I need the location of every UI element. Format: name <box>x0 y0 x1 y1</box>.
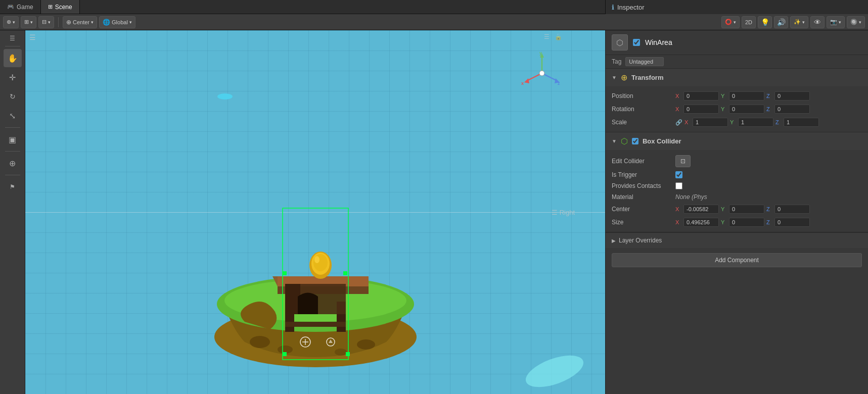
size-z-input[interactable] <box>774 218 810 227</box>
tool-move[interactable]: ✛ <box>4 68 22 86</box>
tool-sep-3 <box>5 175 20 175</box>
provides-contacts-label: Provides Contacts <box>612 182 672 189</box>
scene-view[interactable]: ☰ ☰ 🔒 y x z <box>25 30 605 394</box>
provides-contacts-row: Provides Contacts <box>612 180 862 191</box>
size-x-input[interactable] <box>683 218 719 227</box>
toolbar-audio[interactable]: 🔊 <box>774 16 788 28</box>
pos-y-axis: Y <box>721 93 727 99</box>
size-row: Size X Y Z <box>612 216 862 229</box>
tool-sep-2 <box>5 151 20 152</box>
center-y-input[interactable] <box>729 205 764 214</box>
center-z-input[interactable] <box>774 205 810 214</box>
collider-icon: ⬡ <box>621 136 628 146</box>
box-collider-component: ▼ ⬡ Box Collider Edit Collider ⊡ Is Trig… <box>606 132 868 232</box>
toolbar-grid-tool[interactable]: ⊞ ▾ <box>21 16 36 28</box>
pos-y-input[interactable] <box>729 91 764 101</box>
toolbar-camera[interactable]: 📷 ▾ <box>827 16 845 28</box>
2d-label: 2D <box>745 19 752 25</box>
center-row: Center X Y Z <box>612 203 862 216</box>
scale-row: Scale 🔗 X Y Z <box>612 116 862 129</box>
scale-label: Scale <box>612 119 672 126</box>
provides-contacts-checkbox[interactable] <box>675 182 682 189</box>
transform-fields: Position X Y Z Rotation X <box>606 86 868 132</box>
toolbar-center[interactable]: ⊕ Center ▾ <box>63 16 97 28</box>
scene-icon: ⊞ <box>48 4 53 10</box>
tab-scene[interactable]: ⊞ Scene <box>41 0 80 14</box>
tool-custom[interactable]: ⚑ <box>4 178 22 196</box>
toolbar-effects[interactable]: ✨ ▾ <box>790 16 808 28</box>
object-header: ⬡ WinArea <box>606 30 868 55</box>
material-label: Material <box>612 193 672 201</box>
scale-x-input[interactable] <box>693 118 728 127</box>
pos-z-input[interactable] <box>774 91 810 101</box>
edit-collider-btn[interactable]: ⊡ <box>675 155 691 167</box>
inspector-header-title: Inspector <box>617 4 644 11</box>
svg-rect-19 <box>285 322 346 327</box>
material-value: None (Phys <box>675 193 707 201</box>
rot-y-input[interactable] <box>729 105 764 114</box>
tool-sep-0 <box>5 46 20 46</box>
grid-tool-icon: ⊞ <box>24 19 29 25</box>
scale-y-input[interactable] <box>738 118 773 127</box>
collider-header[interactable]: ▼ ⬡ Box Collider <box>606 132 868 150</box>
transform-icon: ⊕ <box>621 73 627 82</box>
svg-point-6 <box>539 71 544 76</box>
position-row: Position X Y Z <box>612 89 862 103</box>
transform-arrow: ▼ <box>612 75 617 80</box>
add-component-bar: Add Component <box>606 248 868 272</box>
tool-scale[interactable]: ⤡ <box>4 107 22 125</box>
lock-icon[interactable]: 🔒 <box>555 33 562 40</box>
toolbar-layers[interactable]: 🔘 ▾ <box>847 16 865 28</box>
toolbar-eye[interactable]: 👁 <box>810 16 825 28</box>
toolbar-2d[interactable]: 2D <box>742 16 756 28</box>
tool-menu[interactable]: ☰ <box>4 33 22 43</box>
svg-point-24 <box>313 254 328 271</box>
camera-icon: 📷 <box>830 19 837 25</box>
layer-overrides-section[interactable]: ▶ Layer Overrides <box>606 232 868 248</box>
scale-z-axis: Z <box>775 119 782 125</box>
size-y-input[interactable] <box>729 218 764 227</box>
rot-x-input[interactable] <box>683 105 719 114</box>
scale-z-input[interactable] <box>784 118 819 127</box>
tool-rotate[interactable]: ↻ <box>4 87 22 106</box>
pos-x-axis: X <box>675 93 681 99</box>
tag-label: Tag <box>612 58 621 65</box>
tag-select[interactable]: Untagged <box>625 57 664 66</box>
effects-arrow: ▾ <box>802 20 805 25</box>
add-component-btn[interactable]: Add Component <box>612 253 862 267</box>
transform-header[interactable]: ▼ ⊕ Transform <box>606 69 868 86</box>
scene-gizmo[interactable]: y x z <box>519 51 565 96</box>
object-active-checkbox[interactable] <box>633 39 640 46</box>
edit-collider-row: Edit Collider ⊡ <box>612 153 862 169</box>
view-label: ☰ Right <box>552 209 575 216</box>
is-trigger-checkbox[interactable] <box>675 171 682 178</box>
tool-rect[interactable]: ▣ <box>4 130 22 149</box>
global-icon: 🌐 <box>103 19 110 26</box>
tab-game[interactable]: 🎮 Game <box>0 0 41 14</box>
pos-x-input[interactable] <box>683 91 719 101</box>
hamburger-icon[interactable]: ☰ <box>29 33 36 41</box>
scene-options-icon[interactable]: ☰ <box>544 33 550 40</box>
game-icon: 🎮 <box>7 4 14 10</box>
tool-transform[interactable]: ⊕ <box>4 154 22 172</box>
move-tool-icon: ⊕ <box>7 19 11 25</box>
toolbar-global[interactable]: 🌐 Global ▾ <box>99 16 135 28</box>
tool-pan[interactable]: ✋ <box>4 49 22 67</box>
material-row: Material None (Phys <box>612 191 862 203</box>
play-arrow: ▾ <box>734 20 736 25</box>
scene-hamburger[interactable]: ☰ <box>29 33 36 41</box>
object-name[interactable]: WinArea <box>645 38 672 46</box>
layers-arrow: ▾ <box>859 20 861 25</box>
rot-z-axis: Z <box>766 106 772 112</box>
toolbar-light[interactable]: 💡 <box>758 16 772 28</box>
rotation-row: Rotation X Y Z <box>612 103 862 116</box>
rot-z-input[interactable] <box>774 105 810 114</box>
center-x-input[interactable] <box>683 205 719 214</box>
svg-text:z: z <box>558 81 560 86</box>
eye-icon: 👁 <box>814 18 821 26</box>
toolbar-move-tool[interactable]: ⊕ ▾ <box>3 16 19 28</box>
toolbar-play-toggle[interactable]: ⭕ ▾ <box>721 16 740 28</box>
toolbar-layout-tool[interactable]: ⊟ ▾ <box>38 16 54 28</box>
collider-active-checkbox[interactable] <box>632 138 638 144</box>
main-toolbar: ⊕ ▾ ⊞ ▾ ⊟ ▾ ⊕ Center ▾ 🌐 Global ▾ ⭕ ▾ 2D… <box>0 14 868 30</box>
